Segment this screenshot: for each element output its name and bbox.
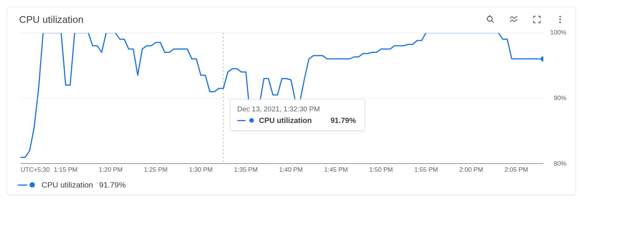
- x-axis: UTC+5:30 1:15 PM1:20 PM1:25 PM1:30 PM1:3…: [21, 164, 543, 177]
- chart-area[interactable]: Dec 13, 2021, 1:32:30 PM CPU utilization…: [13, 33, 569, 177]
- tooltip-series-name: CPU utilization: [259, 116, 312, 125]
- fullscreen-icon: [532, 15, 542, 24]
- more-menu-button[interactable]: [554, 13, 566, 26]
- legend-series-name: CPU utilization: [42, 180, 93, 189]
- legend-toggle-button[interactable]: [507, 13, 520, 26]
- tooltip-timestamp: Dec 13, 2021, 1:32:30 PM: [237, 105, 356, 113]
- svg-point-3: [559, 19, 561, 20]
- more-vert-icon: [555, 15, 565, 24]
- fullscreen-button[interactable]: [531, 13, 543, 26]
- card-header: CPU utilization: [7, 7, 575, 29]
- timezone-label: UTC+5:30: [21, 166, 50, 174]
- zoom-reset-icon: [486, 15, 495, 24]
- x-axis-label: 1:55 PM: [414, 166, 438, 174]
- x-axis-label: 2:05 PM: [504, 166, 528, 174]
- chart-toolbar: [484, 13, 566, 26]
- x-axis-label: 1:35 PM: [234, 166, 258, 174]
- x-axis-label: 1:40 PM: [279, 166, 303, 174]
- legend-swatch-line: [18, 184, 27, 186]
- reset-zoom-button[interactable]: [484, 13, 497, 26]
- chart-legend[interactable]: CPU utilization 91.79%: [7, 177, 575, 189]
- plot-area[interactable]: Dec 13, 2021, 1:32:30 PM CPU utilization…: [21, 33, 543, 164]
- tooltip-swatch-dot: [249, 118, 254, 123]
- gridline: [21, 33, 543, 33]
- x-axis-label: 2:00 PM: [459, 166, 483, 174]
- svg-point-2: [559, 16, 561, 17]
- x-axis-label: 1:15 PM: [54, 166, 78, 174]
- svg-point-6: [541, 56, 543, 62]
- y-axis-label: 80%: [554, 160, 566, 168]
- card-title: CPU utilization: [19, 14, 83, 26]
- svg-point-4: [559, 21, 561, 23]
- svg-point-0: [487, 16, 492, 21]
- x-axis-label: 1:50 PM: [369, 166, 393, 174]
- x-axis-label: 1:30 PM: [189, 166, 213, 174]
- tooltip-value: 91.79%: [331, 116, 356, 125]
- x-axis-label: 1:20 PM: [99, 166, 122, 174]
- legend-icon: [509, 15, 519, 24]
- legend-swatch-dot: [30, 182, 35, 188]
- chart-card: CPU utilization Dec 13, 2021, 1:32:30 PM: [7, 7, 576, 195]
- y-axis-label: 90%: [554, 94, 566, 102]
- x-axis-label: 1:45 PM: [324, 166, 348, 174]
- x-axis-label: 1:25 PM: [144, 166, 167, 174]
- y-axis-label: 100%: [550, 29, 566, 36]
- legend-value: 91.79%: [99, 180, 126, 189]
- tooltip-swatch-line: [237, 120, 246, 121]
- svg-line-1: [492, 21, 493, 22]
- chart-tooltip: Dec 13, 2021, 1:32:30 PM CPU utilization…: [230, 99, 365, 130]
- gridline: [21, 98, 543, 99]
